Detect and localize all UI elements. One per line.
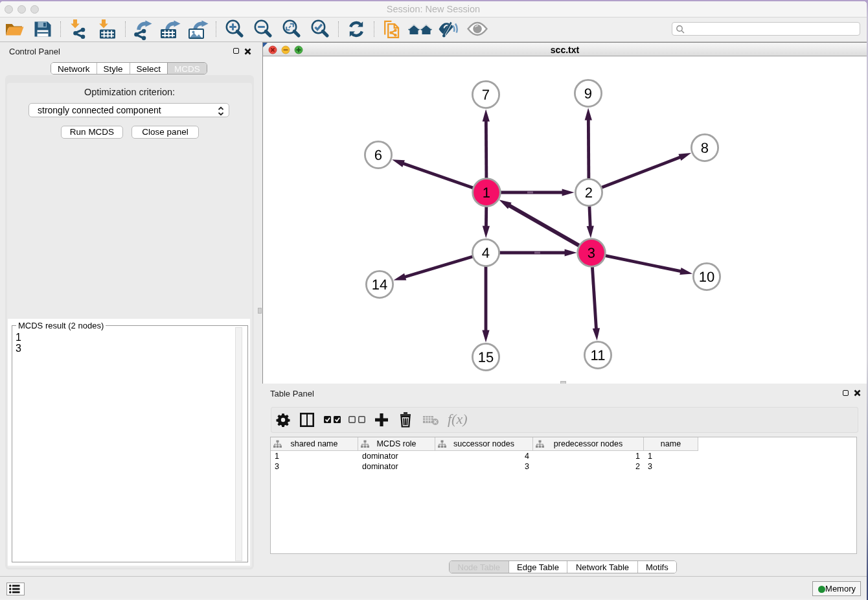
svg-text:10: 10 [699, 269, 714, 285]
svg-text:9: 9 [584, 86, 592, 102]
svg-text:7: 7 [482, 87, 490, 103]
svg-text:11: 11 [591, 347, 606, 363]
svg-text:1: 1 [483, 185, 490, 201]
svg-text:8: 8 [701, 140, 709, 156]
svg-text:15: 15 [478, 349, 494, 365]
svg-text:6: 6 [374, 147, 382, 163]
svg-text:2: 2 [585, 185, 593, 201]
svg-text:3: 3 [588, 245, 595, 261]
svg-text:14: 14 [372, 277, 387, 293]
svg-text:4: 4 [482, 245, 490, 261]
